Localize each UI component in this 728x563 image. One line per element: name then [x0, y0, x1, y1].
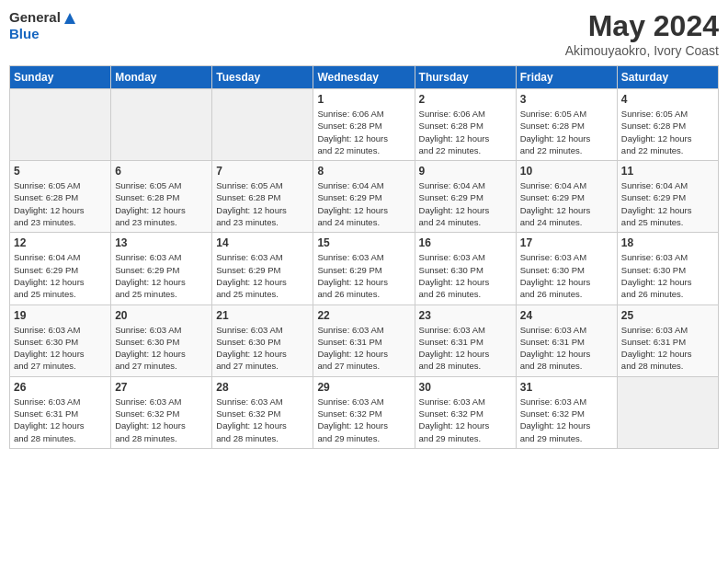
day-info: Sunrise: 6:04 AMSunset: 6:29 PMDaylight:…	[621, 179, 714, 228]
day-info: Sunrise: 6:03 AMSunset: 6:30 PMDaylight:…	[14, 324, 107, 373]
day-number: 16	[419, 236, 512, 249]
day-number: 22	[317, 309, 410, 322]
table-row: 23Sunrise: 6:03 AMSunset: 6:31 PMDayligh…	[415, 304, 516, 376]
day-info: Sunrise: 6:03 AMSunset: 6:32 PMDaylight:…	[317, 396, 410, 444]
day-info: Sunrise: 6:03 AMSunset: 6:32 PMDaylight:…	[115, 396, 208, 444]
day-number: 1	[317, 93, 410, 106]
calendar-header-row: Sunday Monday Tuesday Wednesday Thursday…	[10, 66, 719, 89]
day-info: Sunrise: 6:06 AMSunset: 6:28 PMDaylight:…	[317, 108, 410, 156]
col-monday: Monday	[111, 66, 212, 89]
day-info: Sunrise: 6:05 AMSunset: 6:28 PMDaylight:…	[216, 179, 309, 228]
day-number: 25	[621, 309, 714, 322]
logo: General Blue	[9, 9, 77, 42]
table-row	[617, 376, 718, 448]
day-number: 23	[419, 309, 512, 322]
day-number: 9	[419, 165, 512, 178]
day-number: 26	[14, 381, 107, 394]
day-number: 29	[317, 381, 410, 394]
header: General Blue May 2024 Akimouyaokro, Ivor…	[9, 9, 719, 58]
table-row: 15Sunrise: 6:03 AMSunset: 6:29 PMDayligh…	[313, 233, 415, 304]
day-number: 19	[14, 309, 107, 322]
table-row: 18Sunrise: 6:03 AMSunset: 6:30 PMDayligh…	[617, 233, 718, 304]
day-info: Sunrise: 6:06 AMSunset: 6:28 PMDaylight:…	[419, 108, 512, 156]
day-number: 30	[419, 381, 512, 394]
day-number: 12	[14, 236, 107, 249]
table-row: 12Sunrise: 6:04 AMSunset: 6:29 PMDayligh…	[10, 233, 111, 304]
day-number: 21	[216, 309, 309, 322]
day-info: Sunrise: 6:03 AMSunset: 6:32 PMDaylight:…	[520, 396, 613, 444]
day-info: Sunrise: 6:05 AMSunset: 6:28 PMDaylight:…	[14, 179, 107, 228]
table-row: 6Sunrise: 6:05 AMSunset: 6:28 PMDaylight…	[111, 161, 212, 233]
table-row: 30Sunrise: 6:03 AMSunset: 6:32 PMDayligh…	[415, 376, 516, 448]
table-row: 4Sunrise: 6:05 AMSunset: 6:28 PMDaylight…	[617, 89, 718, 161]
calendar-week-row: 12Sunrise: 6:04 AMSunset: 6:29 PMDayligh…	[10, 233, 719, 304]
svg-marker-0	[64, 13, 75, 24]
day-info: Sunrise: 6:03 AMSunset: 6:31 PMDaylight:…	[317, 324, 410, 373]
day-info: Sunrise: 6:04 AMSunset: 6:29 PMDaylight:…	[419, 179, 512, 228]
day-info: Sunrise: 6:03 AMSunset: 6:29 PMDaylight:…	[216, 251, 309, 300]
day-number: 10	[520, 165, 613, 178]
day-number: 13	[115, 236, 208, 249]
day-info: Sunrise: 6:03 AMSunset: 6:30 PMDaylight:…	[621, 251, 714, 300]
day-info: Sunrise: 6:03 AMSunset: 6:31 PMDaylight:…	[520, 324, 613, 373]
logo-icon	[63, 9, 77, 26]
table-row: 2Sunrise: 6:06 AMSunset: 6:28 PMDaylight…	[415, 89, 516, 161]
main-title: May 2024	[565, 9, 719, 43]
table-row: 7Sunrise: 6:05 AMSunset: 6:28 PMDaylight…	[212, 161, 313, 233]
table-row: 26Sunrise: 6:03 AMSunset: 6:31 PMDayligh…	[10, 376, 111, 448]
table-row: 1Sunrise: 6:06 AMSunset: 6:28 PMDaylight…	[313, 89, 415, 161]
day-number: 15	[317, 236, 410, 249]
day-info: Sunrise: 6:03 AMSunset: 6:32 PMDaylight:…	[419, 396, 512, 444]
table-row: 16Sunrise: 6:03 AMSunset: 6:30 PMDayligh…	[415, 233, 516, 304]
day-info: Sunrise: 6:03 AMSunset: 6:31 PMDaylight:…	[14, 396, 107, 444]
table-row	[10, 89, 111, 161]
logo-text-blue: Blue	[9, 26, 40, 41]
col-wednesday: Wednesday	[313, 66, 415, 89]
title-block: May 2024 Akimouyaokro, Ivory Coast	[565, 9, 719, 58]
table-row: 21Sunrise: 6:03 AMSunset: 6:30 PMDayligh…	[212, 304, 313, 376]
table-row: 11Sunrise: 6:04 AMSunset: 6:29 PMDayligh…	[617, 161, 718, 233]
table-row: 25Sunrise: 6:03 AMSunset: 6:31 PMDayligh…	[617, 304, 718, 376]
col-saturday: Saturday	[617, 66, 718, 89]
table-row: 20Sunrise: 6:03 AMSunset: 6:30 PMDayligh…	[111, 304, 212, 376]
day-info: Sunrise: 6:03 AMSunset: 6:32 PMDaylight:…	[216, 396, 309, 444]
table-row: 9Sunrise: 6:04 AMSunset: 6:29 PMDaylight…	[415, 161, 516, 233]
table-row: 24Sunrise: 6:03 AMSunset: 6:31 PMDayligh…	[516, 304, 617, 376]
day-number: 5	[14, 165, 107, 178]
table-row: 29Sunrise: 6:03 AMSunset: 6:32 PMDayligh…	[313, 376, 415, 448]
calendar-week-row: 1Sunrise: 6:06 AMSunset: 6:28 PMDaylight…	[10, 89, 719, 161]
table-row: 17Sunrise: 6:03 AMSunset: 6:30 PMDayligh…	[516, 233, 617, 304]
day-info: Sunrise: 6:03 AMSunset: 6:29 PMDaylight:…	[115, 251, 208, 300]
day-info: Sunrise: 6:03 AMSunset: 6:31 PMDaylight:…	[419, 324, 512, 373]
calendar-week-row: 5Sunrise: 6:05 AMSunset: 6:28 PMDaylight…	[10, 161, 719, 233]
logo-text-general: General	[9, 9, 61, 25]
table-row: 27Sunrise: 6:03 AMSunset: 6:32 PMDayligh…	[111, 376, 212, 448]
day-info: Sunrise: 6:03 AMSunset: 6:30 PMDaylight:…	[216, 324, 309, 373]
day-number: 11	[621, 165, 714, 178]
day-number: 3	[520, 93, 613, 106]
day-number: 18	[621, 236, 714, 249]
day-info: Sunrise: 6:03 AMSunset: 6:30 PMDaylight:…	[520, 251, 613, 300]
col-thursday: Thursday	[415, 66, 516, 89]
day-info: Sunrise: 6:03 AMSunset: 6:30 PMDaylight:…	[419, 251, 512, 300]
col-sunday: Sunday	[10, 66, 111, 89]
day-info: Sunrise: 6:03 AMSunset: 6:31 PMDaylight:…	[621, 324, 714, 373]
table-row: 3Sunrise: 6:05 AMSunset: 6:28 PMDaylight…	[516, 89, 617, 161]
calendar-week-row: 19Sunrise: 6:03 AMSunset: 6:30 PMDayligh…	[10, 304, 719, 376]
day-info: Sunrise: 6:04 AMSunset: 6:29 PMDaylight:…	[14, 251, 107, 300]
day-number: 6	[115, 165, 208, 178]
day-info: Sunrise: 6:04 AMSunset: 6:29 PMDaylight:…	[317, 179, 410, 228]
day-number: 2	[419, 93, 512, 106]
table-row: 31Sunrise: 6:03 AMSunset: 6:32 PMDayligh…	[516, 376, 617, 448]
col-tuesday: Tuesday	[212, 66, 313, 89]
day-number: 20	[115, 309, 208, 322]
page: General Blue May 2024 Akimouyaokro, Ivor…	[0, 0, 728, 563]
day-number: 14	[216, 236, 309, 249]
col-friday: Friday	[516, 66, 617, 89]
calendar-table: Sunday Monday Tuesday Wednesday Thursday…	[9, 65, 719, 449]
day-info: Sunrise: 6:05 AMSunset: 6:28 PMDaylight:…	[115, 179, 208, 228]
day-number: 27	[115, 381, 208, 394]
day-info: Sunrise: 6:03 AMSunset: 6:30 PMDaylight:…	[115, 324, 208, 373]
table-row	[111, 89, 212, 161]
day-number: 28	[216, 381, 309, 394]
